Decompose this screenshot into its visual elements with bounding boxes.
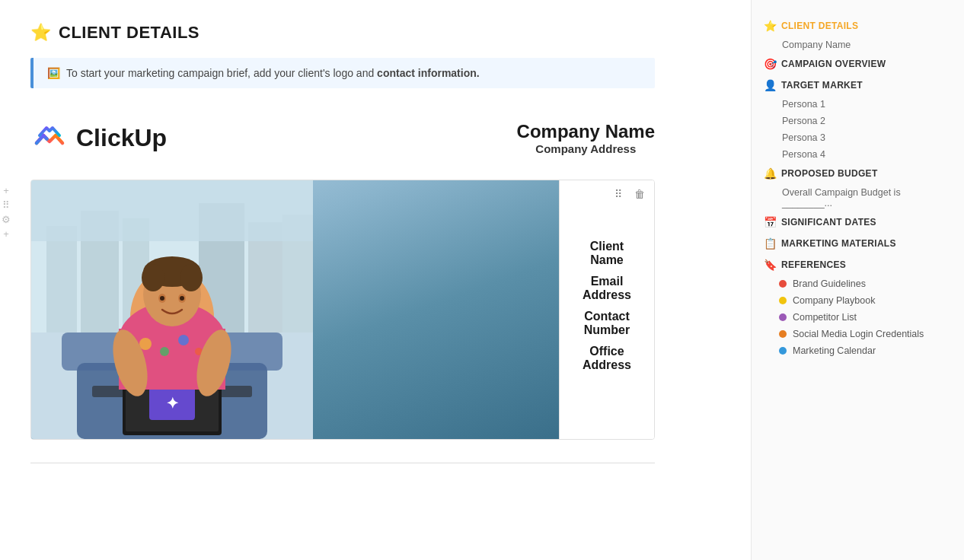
clickup-icon-svg [30,119,69,157]
sidebar-budget-sub[interactable]: Overall Campaign Budget is ________... [752,184,964,212]
info-banner: 🖼️ To start your marketing campaign brie… [30,58,655,88]
person-illustration: ✦ [31,180,313,439]
add-bottom-icon[interactable]: + [3,229,9,239]
sidebar-materials-icon: 📋 [764,237,777,250]
company-address: Company Address [517,142,655,155]
client-name-field: Client Name [583,240,631,267]
block-controls[interactable]: ⠿ 🗑 [611,186,648,202]
star-icon: ⭐ [30,23,51,43]
social-media-label: Social Media Login Credentials [793,329,924,339]
sidebar-persona-3[interactable]: Persona 3 [752,129,964,146]
sidebar-persona-2[interactable]: Persona 2 [752,113,964,129]
sidebar: ⭐ CLIENT DETAILS Company Name 🎯 CAMPAIGN… [751,0,964,560]
sidebar-budget-label: PROPOSED BUDGET [781,168,878,179]
brand-guidelines-label: Brand Guidelines [793,278,866,289]
sidebar-ref-brand-guidelines[interactable]: Brand Guidelines [752,275,964,292]
sidebar-client-details[interactable]: ⭐ CLIENT DETAILS [752,15,964,37]
svg-rect-2 [46,226,77,332]
banner-icon: 🖼️ [47,67,60,79]
page-title-section: ⭐ CLIENT DETAILS [30,23,720,43]
svg-point-21 [178,335,189,345]
email-field: Email Address [583,275,631,302]
svg-rect-8 [31,180,313,241]
sidebar-dates-icon: 📅 [764,216,777,228]
sidebar-ref-company-playbook[interactable]: Company Playbook [752,292,964,309]
sidebar-dates-label: SIGNIFICANT DATES [781,217,876,228]
competitor-list-dot [779,313,787,321]
marketing-calendar-label: Marketing Calendar [793,345,876,356]
sidebar-ref-social-media[interactable]: Social Media Login Credentials [752,326,964,342]
company-playbook-dot [779,297,787,304]
sidebar-significant-dates[interactable]: 📅 SIGNIFICANT DATES [752,212,964,233]
sidebar-references-icon: 🔖 [764,259,777,271]
sidebar-campaign-label: CAMPAIGN OVERVIEW [781,59,886,69]
sidebar-campaign-icon: 🎯 [764,58,777,70]
bottom-divider [30,463,655,463]
svg-point-26 [180,264,203,291]
sidebar-ref-competitor-list[interactable]: Competitor List [752,309,964,326]
sidebar-proposed-budget[interactable]: 🔔 PROPOSED BUDGET [752,163,964,184]
page-title: CLIENT DETAILS [59,23,200,43]
social-media-dot [779,330,787,338]
sidebar-company-name[interactable]: Company Name [752,37,964,53]
logo-text: ClickUp [76,124,167,152]
svg-text:✦: ✦ [166,395,179,412]
sidebar-budget-icon: 🔔 [764,167,777,180]
photo-section: ✦ [31,180,559,439]
sidebar-persona-4[interactable]: Persona 4 [752,146,964,163]
settings-icon[interactable]: ⚙ [2,215,11,224]
main-content-block: ⠿ 🗑 [30,180,655,440]
office-field: Office Address [583,345,631,372]
phone-field: Contact Number [583,310,631,337]
sidebar-target-market[interactable]: 👤 TARGET MARKET [752,75,964,96]
drag-handle-icon[interactable]: ⠿ [2,200,10,210]
sidebar-persona-1[interactable]: Persona 1 [752,96,964,113]
svg-point-19 [139,338,152,350]
svg-point-25 [142,264,164,291]
sidebar-campaign-overview[interactable]: 🎯 CAMPAIGN OVERVIEW [752,53,964,75]
svg-point-29 [160,296,164,301]
company-playbook-label: Company Playbook [793,295,875,306]
content-wrapper: + ⠿ ⚙ + ⠿ 🗑 [30,180,655,440]
sidebar-references-label: REFERENCES [781,259,846,270]
svg-point-20 [160,347,169,356]
add-top-icon[interactable]: + [3,186,9,196]
move-icon[interactable]: ⠿ [611,186,625,202]
sidebar-star-icon: ⭐ [764,20,777,32]
contact-section: Client Name Email Address Contact Number… [559,180,654,439]
sidebar-client-details-label: CLIENT DETAILS [781,21,858,31]
sidebar-marketing-materials[interactable]: 📋 MARKETING MATERIALS [752,233,964,254]
banner-text: To start your marketing campaign brief, … [66,67,480,79]
sidebar-target-label: TARGET MARKET [781,80,863,91]
sidebar-target-icon: 👤 [764,79,777,91]
svg-point-30 [180,296,184,301]
sidebar-materials-label: MARKETING MATERIALS [781,238,896,249]
competitor-list-label: Competitor List [793,312,857,323]
company-logo: ClickUp [30,119,167,157]
marketing-calendar-dot [779,347,787,355]
sidebar-references[interactable]: 🔖 REFERENCES [752,254,964,275]
delete-icon[interactable]: 🗑 [631,186,648,202]
brand-guidelines-dot [779,280,787,288]
company-name: Company Name [517,121,655,142]
company-header: ClickUp Company Name Company Address [30,111,655,164]
sidebar-ref-marketing-calendar[interactable]: Marketing Calendar [752,342,964,359]
company-info: Company Name Company Address [517,121,655,155]
left-controls[interactable]: + ⠿ ⚙ + [2,186,11,239]
